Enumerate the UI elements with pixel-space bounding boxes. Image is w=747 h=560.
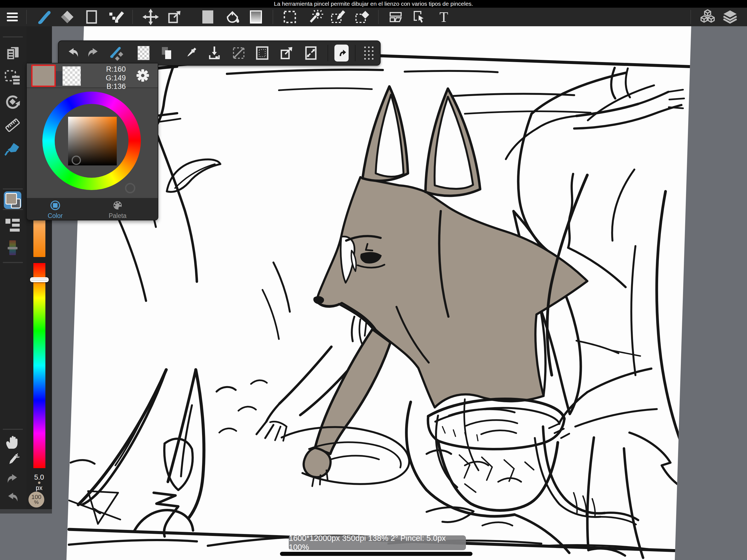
text-tool-icon: T bbox=[435, 8, 453, 26]
hue-ring-selector[interactable] bbox=[125, 183, 135, 193]
brush-size-slider[interactable] bbox=[33, 219, 45, 257]
color-tab-label: Color bbox=[33, 212, 77, 220]
select-eraser-icon bbox=[354, 8, 371, 26]
magic-wand-button[interactable] bbox=[305, 8, 325, 26]
tip-bar: La herramienta pincel permite dibujar en… bbox=[0, 0, 747, 8]
export-transform-button[interactable] bbox=[277, 44, 297, 62]
text-tool-button[interactable]: T bbox=[434, 8, 454, 26]
reset-rotation-icon bbox=[4, 93, 21, 110]
color-tab-icon bbox=[33, 199, 77, 212]
foreground-color-swatch[interactable] bbox=[31, 65, 56, 87]
fill-color-button[interactable] bbox=[198, 8, 217, 26]
collapse-toolbar-button[interactable] bbox=[332, 44, 351, 62]
app-screen: La herramienta pincel permite dibujar en… bbox=[0, 0, 747, 560]
select-pen-icon bbox=[330, 8, 347, 26]
move-tool-button[interactable] bbox=[141, 8, 160, 26]
sidebar-item-ruler[interactable] bbox=[4, 117, 21, 134]
main-toolbar: T bbox=[0, 8, 747, 27]
undo-button[interactable] bbox=[63, 44, 83, 62]
home-indicator[interactable] bbox=[280, 552, 472, 556]
left-sidebar bbox=[0, 26, 26, 513]
rectangle-icon bbox=[83, 8, 100, 26]
color-settings-button[interactable] bbox=[135, 68, 150, 83]
brush-eraser-toggle-button[interactable] bbox=[107, 44, 126, 62]
sidebar-item-undo[interactable] bbox=[4, 489, 21, 506]
transform-button[interactable] bbox=[164, 8, 184, 26]
divide-panel-icon bbox=[387, 8, 404, 26]
eraser-icon bbox=[58, 8, 76, 26]
status-text: 1600*12000px 350dpi 138% 2° Pincel: 5.0p… bbox=[289, 534, 466, 552]
select-rect-button[interactable] bbox=[280, 8, 300, 26]
select-border-icon bbox=[254, 44, 271, 62]
menu-button[interactable] bbox=[2, 8, 22, 26]
brush-tool-button[interactable] bbox=[35, 8, 54, 26]
swap-colors-button[interactable] bbox=[157, 44, 176, 62]
paint-bucket-button[interactable] bbox=[223, 8, 242, 26]
divide-panel-button[interactable] bbox=[386, 8, 406, 26]
fit-screen-button[interactable] bbox=[301, 44, 320, 62]
select-menu-icon bbox=[4, 69, 21, 86]
sv-selector[interactable] bbox=[72, 156, 81, 165]
export-transform-icon bbox=[278, 44, 295, 62]
quick-toolbar bbox=[58, 41, 381, 66]
paleta-tab-label: Paleta bbox=[96, 212, 139, 220]
hue-slider[interactable] bbox=[33, 263, 45, 468]
sidebar-item-reset-rotation[interactable] bbox=[4, 93, 21, 110]
brush-icon bbox=[36, 8, 53, 26]
sidebar-item-mini-hue[interactable] bbox=[4, 239, 21, 256]
toolbar-drag-handle[interactable] bbox=[359, 44, 379, 62]
layers-button[interactable] bbox=[720, 8, 740, 26]
eyedropper-icon bbox=[182, 44, 200, 62]
opacity-indicator[interactable]: 100 % bbox=[28, 492, 44, 508]
sidebar-item-hand[interactable] bbox=[4, 433, 21, 451]
ruler-icon bbox=[4, 117, 21, 134]
sidebar-item-redo[interactable] bbox=[4, 470, 21, 488]
material-3d-icon bbox=[699, 8, 716, 26]
vector-pen-button[interactable] bbox=[106, 8, 126, 26]
transparent-swatch[interactable] bbox=[62, 66, 81, 86]
select-eraser-button[interactable] bbox=[353, 8, 372, 26]
fit-screen-icon bbox=[302, 44, 319, 62]
deselect-button[interactable] bbox=[229, 44, 248, 62]
tab-color[interactable]: Color bbox=[33, 199, 77, 220]
gradient-button[interactable] bbox=[246, 8, 266, 26]
sidebar-item-pages[interactable] bbox=[4, 45, 21, 62]
import-to-canvas-button[interactable] bbox=[205, 44, 224, 62]
tip-text: La herramienta pincel permite dibujar en… bbox=[274, 1, 473, 7]
transparent-color-button[interactable] bbox=[134, 44, 153, 62]
opacity-value: 100 bbox=[31, 494, 42, 500]
sidebar-item-select-menu[interactable] bbox=[4, 69, 21, 86]
brush-preview-dot bbox=[38, 482, 41, 484]
object-select-icon bbox=[410, 8, 428, 26]
sidebar-item-brush-list[interactable] bbox=[4, 215, 21, 233]
edit-pencil-icon bbox=[4, 452, 21, 469]
sidebar-item-edit-pencil[interactable] bbox=[4, 452, 21, 469]
vector-pen-icon bbox=[107, 8, 125, 26]
sidebar-item-material-tube[interactable] bbox=[4, 140, 21, 158]
undo-icon bbox=[64, 44, 82, 62]
eyedropper-button[interactable] bbox=[181, 44, 200, 62]
undo-arrow-icon bbox=[4, 489, 21, 506]
select-border-button[interactable] bbox=[253, 44, 272, 62]
rgb-r-value: R:160 bbox=[83, 65, 126, 74]
color-swatches-icon bbox=[4, 192, 21, 209]
color-wheel-zone bbox=[27, 88, 158, 198]
select-pen-button[interactable] bbox=[328, 8, 348, 26]
tab-paleta[interactable]: Paleta bbox=[96, 199, 139, 220]
color-panel-tabs: Color Paleta bbox=[27, 198, 158, 220]
palette-icon bbox=[96, 199, 139, 212]
rgb-g-value: G:149 bbox=[83, 74, 126, 82]
sidebar-item-color-swatches[interactable] bbox=[4, 192, 21, 209]
brush-size-unit: px bbox=[26, 485, 52, 491]
color-panel-header: R:160 G:149 B:136 bbox=[27, 63, 158, 88]
material-3d-button[interactable] bbox=[698, 8, 718, 26]
eraser-tool-button[interactable] bbox=[57, 8, 77, 26]
hue-slider-handle[interactable] bbox=[30, 277, 49, 282]
object-select-button[interactable] bbox=[409, 8, 429, 26]
layers-icon bbox=[721, 8, 739, 26]
deselect-icon bbox=[230, 44, 248, 62]
redo-button[interactable] bbox=[84, 44, 103, 62]
redo-icon bbox=[84, 44, 102, 62]
mini-hue-slider-icon bbox=[9, 240, 16, 255]
rect-tool-button[interactable] bbox=[82, 8, 101, 26]
